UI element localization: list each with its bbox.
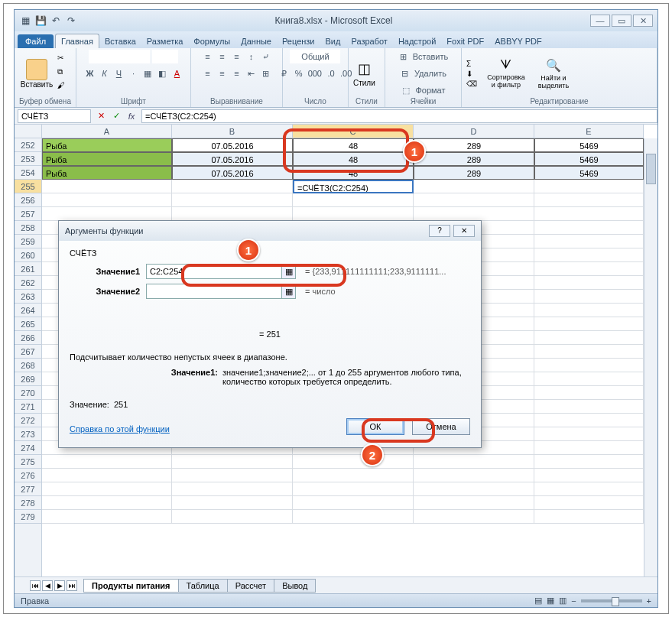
cell[interactable] bbox=[293, 193, 414, 207]
table-row[interactable]: Рыба07.05.2016482895469 bbox=[42, 166, 644, 180]
scrollbar-thumb[interactable] bbox=[646, 154, 656, 184]
sort-button[interactable]: Сортировка и фильтр bbox=[486, 73, 526, 89]
cell[interactable] bbox=[534, 331, 644, 345]
sheet-tab-active[interactable]: Продукты питания bbox=[83, 579, 179, 593]
cell[interactable] bbox=[534, 427, 644, 441]
row-header[interactable]: 255 bbox=[15, 180, 41, 193]
close-button[interactable]: ✕ bbox=[633, 15, 653, 27]
view-break-icon[interactable]: ▥ bbox=[559, 596, 566, 606]
cell[interactable] bbox=[534, 180, 644, 193]
row-header[interactable]: 253 bbox=[15, 152, 41, 166]
col-header-c[interactable]: C bbox=[293, 125, 414, 138]
zoom-slider[interactable] bbox=[581, 599, 642, 602]
sheet-nav-next-icon[interactable]: ▶ bbox=[54, 580, 65, 591]
col-header-b[interactable]: B bbox=[172, 125, 293, 138]
cell[interactable] bbox=[414, 469, 534, 482]
row-header[interactable]: 279 bbox=[15, 510, 41, 524]
cells-format-button[interactable]: Формат bbox=[414, 83, 446, 97]
vertical-scrollbar[interactable] bbox=[644, 138, 657, 576]
view-layout-icon[interactable]: ▦ bbox=[547, 596, 554, 606]
row-header[interactable]: 257 bbox=[15, 207, 41, 221]
percent-icon[interactable]: % bbox=[293, 67, 305, 80]
tab-abbyy[interactable]: ABBYY PDF bbox=[489, 34, 547, 48]
cell[interactable] bbox=[534, 496, 644, 510]
dialog-help-icon[interactable]: ? bbox=[429, 225, 450, 237]
cell[interactable] bbox=[534, 386, 644, 400]
insert-cell-icon[interactable]: ⊞ bbox=[398, 50, 410, 63]
col-header-d[interactable]: D bbox=[414, 125, 534, 138]
cell[interactable] bbox=[534, 400, 644, 414]
maximize-button[interactable]: ▭ bbox=[612, 15, 631, 27]
cell[interactable]: 48 bbox=[293, 138, 414, 152]
minimize-button[interactable]: — bbox=[590, 15, 610, 27]
cell[interactable]: 289 bbox=[414, 138, 534, 152]
cell[interactable]: Рыба bbox=[42, 166, 172, 180]
cell[interactable] bbox=[172, 469, 293, 482]
underline-icon[interactable]: Ч bbox=[112, 67, 125, 80]
cell[interactable] bbox=[172, 510, 293, 524]
cell[interactable] bbox=[293, 469, 414, 482]
cell[interactable] bbox=[172, 482, 293, 496]
cell[interactable] bbox=[534, 510, 644, 524]
cell[interactable] bbox=[172, 180, 293, 193]
sheet-tab-4[interactable]: Вывод bbox=[274, 579, 316, 593]
cell[interactable] bbox=[172, 496, 293, 510]
border-icon[interactable]: ▦ bbox=[141, 67, 154, 80]
merge-icon[interactable]: ⊞ bbox=[259, 67, 271, 80]
cell[interactable] bbox=[42, 510, 172, 524]
row-header[interactable]: 261 bbox=[15, 262, 41, 276]
styles-button[interactable]: Стили bbox=[353, 79, 375, 87]
cell[interactable] bbox=[534, 372, 644, 386]
name-box[interactable]: СЧЁТЗ bbox=[18, 109, 91, 123]
select-all-corner[interactable] bbox=[15, 125, 42, 138]
cell[interactable] bbox=[534, 441, 644, 455]
cell[interactable]: 5469 bbox=[534, 138, 644, 152]
cell[interactable]: 07.05.2016 bbox=[172, 166, 293, 180]
row-header[interactable]: 262 bbox=[15, 276, 41, 290]
row-header[interactable]: 254 bbox=[15, 166, 41, 180]
row-header[interactable]: 272 bbox=[15, 414, 41, 427]
table-row[interactable] bbox=[42, 193, 644, 207]
cell[interactable] bbox=[42, 207, 172, 221]
cell[interactable] bbox=[534, 290, 644, 304]
cell[interactable]: 5469 bbox=[534, 166, 644, 180]
cell[interactable] bbox=[414, 207, 534, 221]
sheet-tab-3[interactable]: Рассчет bbox=[227, 579, 275, 593]
italic-icon[interactable]: К bbox=[98, 67, 110, 80]
cell[interactable] bbox=[534, 193, 644, 207]
cell[interactable] bbox=[534, 221, 644, 235]
cell[interactable] bbox=[42, 496, 172, 510]
tab-foxit[interactable]: Foxit PDF bbox=[441, 34, 489, 48]
sheet-nav-last-icon[interactable]: ⏭ bbox=[67, 580, 77, 591]
zoom-out-button[interactable]: − bbox=[571, 596, 576, 606]
font-color-icon[interactable]: A bbox=[170, 67, 183, 80]
row-header[interactable]: 260 bbox=[15, 248, 41, 262]
currency-icon[interactable]: ₽ bbox=[278, 67, 291, 80]
formula-input[interactable]: =СЧЁТЗ(C2:C254) bbox=[141, 109, 657, 123]
cell[interactable] bbox=[42, 482, 172, 496]
copy-icon[interactable]: ⧉ bbox=[57, 67, 70, 80]
cell[interactable] bbox=[172, 455, 293, 469]
row-header[interactable]: 264 bbox=[15, 304, 41, 317]
tab-view[interactable]: Вид bbox=[320, 34, 346, 48]
row-headers[interactable]: 2522532542552562572582592602612622632642… bbox=[15, 138, 42, 576]
cells-insert-button[interactable]: Вставить bbox=[412, 50, 450, 63]
cell[interactable] bbox=[293, 482, 414, 496]
cell[interactable] bbox=[534, 317, 644, 331]
row-header[interactable]: 267 bbox=[15, 345, 41, 359]
row-header[interactable]: 266 bbox=[15, 331, 41, 345]
cell[interactable] bbox=[534, 304, 644, 317]
arg2-input[interactable] bbox=[146, 284, 282, 299]
cut-icon[interactable]: ✂ bbox=[57, 54, 70, 66]
redo-icon[interactable]: ↷ bbox=[65, 15, 77, 27]
wrap-text-icon[interactable]: ⤶ bbox=[259, 50, 271, 63]
table-row[interactable] bbox=[42, 510, 644, 524]
cell[interactable]: 48 bbox=[293, 152, 414, 166]
tab-dev[interactable]: Разработ bbox=[346, 34, 392, 48]
row-header[interactable]: 259 bbox=[15, 235, 41, 248]
row-header[interactable]: 278 bbox=[15, 496, 41, 510]
row-header[interactable]: 275 bbox=[15, 455, 41, 469]
cells-delete-button[interactable]: Удалить bbox=[414, 67, 447, 80]
cell[interactable]: 5469 bbox=[534, 152, 644, 166]
row-header[interactable]: 271 bbox=[15, 400, 41, 414]
